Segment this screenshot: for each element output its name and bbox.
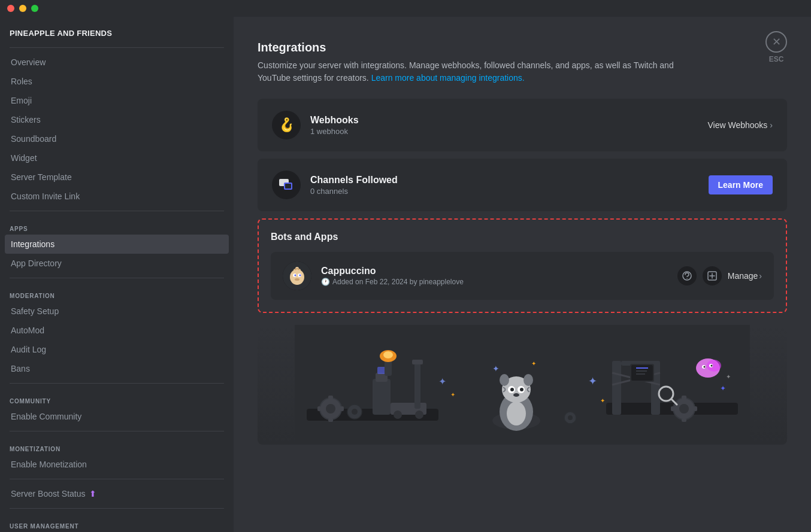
channels-followed-sub: 0 channels [310,187,699,196]
svg-point-81 [568,415,573,420]
learn-more-button[interactable]: Learn More [709,175,773,194]
page-title: Integrations [258,41,787,54]
section-label-user-management: USER MANAGEMENT [5,513,229,532]
esc-button[interactable]: ✕ ESC [765,31,787,63]
bot-added-text: Added on Feb 22, 2024 by pineapplelove [332,278,464,286]
svg-point-41 [500,374,509,386]
bot-icon-btn-1[interactable] [677,266,697,285]
svg-rect-19 [328,396,333,399]
webhooks-sub: 1 webhook [310,127,698,136]
sidebar-item-stickers[interactable]: Stickers [5,110,229,129]
svg-point-42 [523,374,533,386]
svg-text:✦: ✦ [588,375,597,387]
channels-followed-name: Channels Followed [310,175,699,186]
boost-icon: ⬆ [89,489,96,498]
webhooks-info: Webhooks 1 webhook [310,115,698,136]
bots-section: Bots and Apps [258,218,787,313]
learn-more-link[interactable]: Learn more about managing integrations. [371,73,525,83]
section-label-monetization: MONETIZATION [5,436,229,455]
channels-followed-info: Channels Followed 0 channels [310,175,699,196]
svg-rect-22 [340,406,344,411]
server-name: PINEAPPLE AND FRIENDS [5,26,229,42]
svg-rect-35 [412,360,423,364]
svg-text:✦: ✦ [720,384,726,393]
svg-text:✦: ✦ [492,364,500,373]
sidebar-item-custom-invite-link[interactable]: Custom Invite Link [5,187,229,206]
svg-point-13 [686,278,688,279]
sidebar-item-safety-setup[interactable]: Safety Setup [5,302,229,321]
sidebar-item-label: Audit Log [11,345,46,354]
svg-text:✦: ✦ [531,360,536,367]
svg-point-47 [513,393,519,397]
sidebar-item-enable-community[interactable]: Enable Community [5,407,229,426]
sidebar-item-label: Overview [11,57,46,67]
svg-rect-65 [682,418,686,422]
sidebar-item-soundboard[interactable]: Soundboard [5,129,229,148]
sidebar-item-label: Soundboard [11,134,56,144]
bot-name: Cappuccino [321,266,668,276]
divider [10,431,224,431]
svg-point-69 [707,360,721,372]
maximize-button[interactable] [31,5,38,12]
svg-rect-52 [612,361,621,415]
sidebar-item-app-directory[interactable]: App Directory [5,254,229,273]
view-webhooks-action[interactable]: View Webhooks › [707,120,773,130]
minimize-button[interactable] [19,5,26,12]
sidebar-item-overview[interactable]: Overview [5,53,229,72]
sidebar-item-audit-log[interactable]: Audit Log [5,340,229,359]
bots-section-title: Bots and Apps [271,232,774,242]
sidebar-item-roles[interactable]: Roles [5,72,229,91]
section-label-apps: APPS [5,216,229,235]
app-layout: PINEAPPLE AND FRIENDS Overview Roles Emo… [0,17,811,532]
svg-rect-21 [317,406,321,411]
sidebar-item-label: Server Template [11,172,72,182]
page-description: Customize your server with integrations.… [258,59,677,84]
divider [10,211,224,211]
channels-followed-card: Channels Followed 0 channels Learn More [258,159,787,211]
svg-text:✦: ✦ [600,397,605,404]
svg-point-9 [295,278,299,281]
svg-text:✦: ✦ [438,376,446,387]
divider [10,383,224,384]
svg-point-32 [394,411,402,419]
svg-point-63 [679,404,689,414]
webhooks-icon: 🪝 [272,111,301,139]
sidebar-item-automod[interactable]: AutoMod [5,321,229,340]
close-button[interactable] [7,5,14,12]
sidebar-item-label: Stickers [11,115,41,124]
sidebar-item-label: Roles [11,77,32,86]
sidebar-item-label: Enable Monetization [11,460,87,469]
svg-rect-25 [373,379,391,415]
chevron-right-icon: › [770,120,773,130]
bot-added: 🕐 Added on Feb 22, 2024 by pineapplelove [321,278,668,286]
sidebar-item-label: Emoji [11,96,32,105]
main-content: ✕ ESC Integrations Customize your server… [234,17,811,532]
sidebar-item-widget[interactable]: Widget [5,148,229,168]
bot-action-area: Manage › [677,266,762,285]
svg-point-8 [299,275,301,276]
sidebar-item-integrations[interactable]: Integrations [5,235,229,254]
bot-icon-btn-2[interactable] [703,266,722,285]
divider [10,278,224,278]
section-label-moderation: MODERATION [5,283,229,302]
divider [10,508,224,509]
channels-followed-icon [272,171,301,199]
svg-point-18 [326,404,335,414]
svg-rect-67 [694,406,697,411]
section-label-community: COMMUNITY [5,388,229,407]
sidebar-item-server-boost-status[interactable]: Server Boost Status ⬆ [5,484,229,503]
sidebar-item-enable-monetization[interactable]: Enable Monetization [5,455,229,474]
sidebar-item-label: Bans [11,364,30,373]
titlebar [0,0,811,17]
svg-point-48 [507,402,526,425]
sidebar-item-server-template[interactable]: Server Template [5,168,229,187]
chevron-right-icon: › [759,271,762,281]
sidebar-item-bans[interactable]: Bans [5,359,229,378]
manage-bot-button[interactable]: Manage › [728,271,762,281]
svg-rect-34 [414,361,420,409]
sidebar-item-label: Server Boost Status [11,489,86,498]
svg-point-73 [711,365,713,367]
sidebar-item-emoji[interactable]: Emoji [5,91,229,110]
sidebar-item-label: Safety Setup [11,306,59,316]
svg-rect-2 [285,184,291,189]
